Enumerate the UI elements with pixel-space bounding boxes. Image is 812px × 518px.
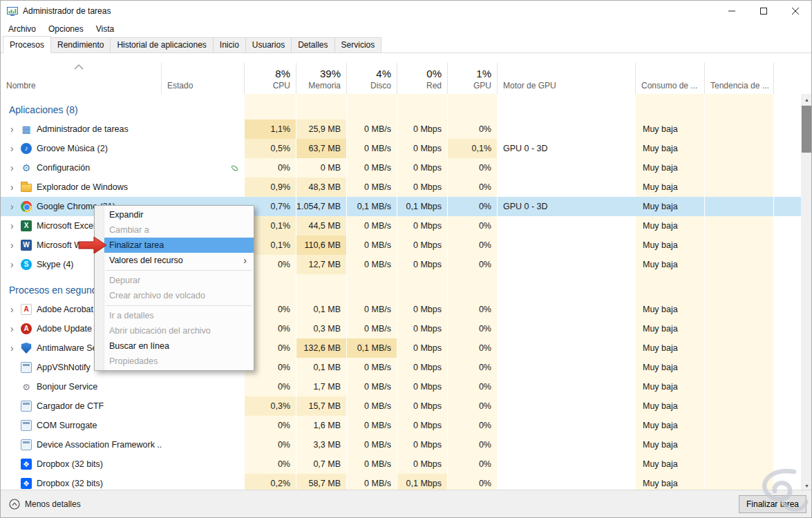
menu-item-label: Ir a detalles [109, 311, 154, 320]
process-group-header[interactable]: Aplicaciones (8) [1, 94, 801, 119]
process-row[interactable]: ⚙Bonjour Service0%1,7 MB0 MB/s0 Mbps0%Mu… [1, 377, 801, 396]
process-row[interactable]: ❖Dropbox (32 bits)0%0,7 MB0 MB/s0 Mbps0%… [1, 454, 801, 474]
process-row[interactable]: ›♪Groove Música (2)0,5%63,7 MB0 MB/s0 Mb… [1, 139, 801, 158]
cell-power: Muy baja [636, 319, 705, 338]
cell-gpu_engine: GPU 0 - 3D [498, 197, 636, 216]
process-row[interactable]: COM Surrogate0%1,6 MB0 MB/s0 Mbps0%Muy b… [1, 416, 801, 435]
cell-power: Muy baja [636, 158, 705, 178]
tab-3[interactable]: Inicio [213, 37, 246, 53]
column-header-1[interactable]: Estado [162, 63, 245, 94]
column-header-7[interactable]: Motor de GPU [498, 63, 636, 94]
close-button[interactable] [780, 1, 811, 21]
column-header-3[interactable]: 39%Memoria [296, 63, 347, 94]
process-row[interactable]: ›Explorador de Windows0,9%48,3 MB0 MB/s0… [1, 178, 801, 197]
cell-gpu_engine [498, 158, 636, 178]
column-header-5[interactable]: 0%Red [397, 63, 448, 94]
tab-2[interactable]: Historial de aplicaciones [110, 37, 213, 53]
process-name: Microsoft Excel [37, 221, 95, 231]
cell-disk: 0 MB/s [347, 319, 397, 338]
less-details-toggle[interactable]: Menos detalles [9, 490, 81, 518]
menubar-item-1[interactable]: Opciones [42, 22, 90, 36]
column-header-4[interactable]: 4%Disco [347, 63, 397, 94]
menubar-item-2[interactable]: Vista [90, 22, 120, 36]
cell-disk: 0 MB/s [347, 377, 397, 396]
cell-gpu_engine [498, 435, 636, 454]
group-cell [498, 94, 636, 119]
cell-value: 0 Mbps [413, 459, 442, 469]
process-row[interactable]: ❖Dropbox (32 bits)0,2%58,7 MB0 MB/s0,1 M… [1, 474, 801, 491]
expand-chevron-icon[interactable]: › [10, 202, 21, 211]
process-row[interactable]: ›⚙Configuración0%0 MB0 MB/s0 Mbps0%Muy b… [1, 158, 801, 178]
expand-chevron-icon[interactable]: › [10, 182, 21, 192]
expand-chevron-icon[interactable]: › [10, 240, 21, 250]
minimize-button[interactable] [716, 1, 748, 21]
cell-memory: 110,6 MB [296, 236, 347, 255]
cell-value: GPU 0 - 3D [503, 144, 548, 153]
context-menu-item-0[interactable]: Expandir [95, 207, 254, 222]
column-header-8[interactable]: Consumo de ... [636, 63, 705, 94]
cell-name: COM Surrogate [1, 416, 162, 435]
cell-value: 0% [479, 305, 491, 314]
cell-value: 63,7 MB [308, 144, 341, 153]
process-name: Dropbox (32 bits) [37, 459, 103, 469]
cell-gpu_engine [498, 300, 636, 319]
column-header-6[interactable]: 1%GPU [448, 63, 498, 94]
expand-chevron-icon[interactable]: › [10, 260, 21, 269]
process-row[interactable]: Cargador de CTF0,3%15,7 MB0 MB/s0 Mbps0%… [1, 396, 801, 416]
tab-4[interactable]: Usuarios [245, 37, 292, 53]
process-name: AppVShNotify [37, 363, 91, 372]
cell-net: 0 Mbps [397, 236, 448, 255]
column-header-2[interactable]: 8%CPU [245, 63, 296, 94]
tab-1[interactable]: Rendimiento [50, 37, 111, 53]
cell-power: Muy baja [636, 178, 705, 197]
cell-disk: 0 MB/s [347, 236, 397, 255]
adobe-icon: A [21, 323, 32, 334]
cell-fill [774, 158, 801, 178]
context-menu-item-1: Cambiar a [95, 222, 254, 238]
cell-value: 0 Mbps [413, 401, 442, 411]
expand-chevron-icon[interactable]: › [10, 343, 21, 353]
menubar-item-0[interactable]: Archivo [2, 22, 42, 36]
tab-6[interactable]: Servicios [334, 37, 382, 53]
tab-0[interactable]: Procesos [3, 36, 51, 53]
column-header-9[interactable]: Tendencia de ... [705, 63, 774, 94]
cell-value: Muy baja [643, 363, 678, 372]
expand-chevron-icon[interactable]: › [10, 221, 21, 231]
expand-chevron-icon[interactable]: › [10, 124, 21, 134]
cell-power: Muy baja [636, 474, 705, 491]
expand-chevron-icon[interactable]: › [10, 163, 21, 173]
context-menu-item-10[interactable]: Buscar en línea [95, 338, 254, 354]
end-task-button[interactable]: Finalizar tarea [739, 495, 806, 513]
cell-value: Muy baja [643, 401, 678, 411]
cell-value: 0% [479, 363, 491, 372]
expand-chevron-icon[interactable]: › [10, 305, 21, 314]
cell-value: Muy baja [643, 459, 678, 469]
cell-value: Muy baja [643, 343, 678, 353]
cell-status [162, 139, 245, 158]
cell-power: Muy baja [636, 377, 705, 396]
expand-chevron-icon[interactable]: › [10, 324, 21, 334]
menu-item-label: Finalizar tarea [109, 240, 164, 250]
cell-cpu: 0,2% [245, 474, 296, 491]
cell-value: 0% [479, 240, 491, 250]
cell-net: 0 Mbps [397, 416, 448, 435]
cell-trend [705, 435, 774, 454]
scrollbar-thumb[interactable] [802, 106, 812, 153]
expand-chevron-icon[interactable]: › [10, 144, 21, 153]
context-menu-item-2[interactable]: Finalizar tarea [104, 238, 254, 253]
tab-5[interactable]: Detalles [291, 37, 334, 53]
process-row[interactable]: Device Association Framework ...0%3,3 MB… [1, 435, 801, 454]
cell-net: 0 Mbps [397, 319, 448, 338]
scroll-up-button[interactable]: ▲ [801, 94, 812, 105]
process-row[interactable]: ›▦Administrador de tareas1,1%25,9 MB0 MB… [1, 119, 801, 139]
maximize-button[interactable] [748, 1, 780, 21]
cell-status [162, 435, 245, 454]
context-menu-item-3[interactable]: Valores del recurso› [95, 253, 254, 268]
column-summary: 39% [302, 68, 341, 81]
cell-fill [774, 300, 801, 319]
cell-gpu_engine [498, 358, 636, 377]
cell-value: 0,1% [271, 221, 291, 231]
cell-name: ⚙Bonjour Service [1, 377, 162, 396]
column-summary: 1% [453, 68, 491, 81]
window-icon [21, 362, 32, 373]
